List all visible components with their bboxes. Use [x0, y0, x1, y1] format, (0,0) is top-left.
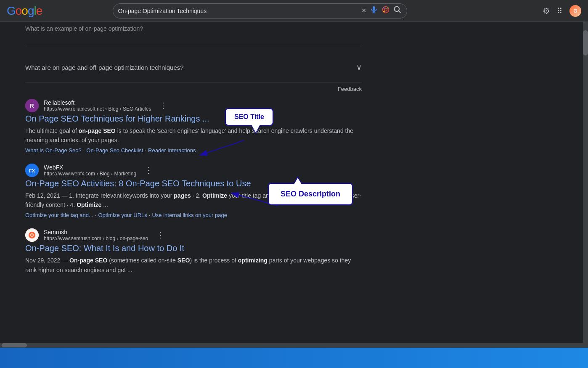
link-sep-1: · — [83, 147, 85, 154]
site-url-3: https://www.semrush.com › blog › on-page… — [44, 236, 148, 241]
svg-text:R: R — [30, 103, 34, 109]
old-faq-text: What is an example of on-page optimizati… — [25, 25, 143, 32]
seo-title-label: SEO Title — [234, 113, 264, 120]
result-title-1[interactable]: On Page SEO Techniques for Higher Rankin… — [25, 114, 362, 124]
seo-description-annotation: SEO Description — [268, 183, 353, 205]
clear-button[interactable]: × — [362, 6, 366, 15]
link-sep-3: · — [95, 212, 97, 218]
result-link-1-3[interactable]: Reader Interactions — [148, 147, 196, 154]
search-button-icon[interactable] — [393, 5, 402, 16]
site-url-2: https://www.webfx.com › Blog › Marketing — [44, 171, 136, 177]
result-description-1: The ultimate goal of on-page SEO is to s… — [25, 126, 362, 145]
site-icon-semrush — [25, 228, 39, 242]
site-icon-webfx: FX — [25, 164, 39, 177]
search-input[interactable] — [118, 8, 358, 14]
faq-section: What are on page and off-page optimizati… — [25, 53, 362, 82]
search-bar[interactable]: × — [113, 3, 407, 19]
more-options-1[interactable]: ⋮ — [159, 101, 167, 110]
svg-point-17 — [31, 234, 33, 236]
result-link-2-3[interactable]: Use internal links on your page — [152, 212, 227, 218]
svg-line-9 — [398, 11, 400, 13]
result-link-1-2[interactable]: On-Page Seo Checklist — [86, 147, 143, 154]
google-logo: Google — [7, 4, 42, 18]
seo-title-annotation: SEO Title — [225, 108, 273, 126]
taskbar — [0, 348, 588, 368]
site-info-webfx: WebFX https://www.webfx.com › Blog › Mar… — [44, 164, 136, 177]
site-name-3: Semrush — [44, 229, 148, 236]
result-semrush: Semrush https://www.semrush.com › blog ›… — [25, 228, 362, 274]
site-info-reliablesoft: Reliablesoft https://www.reliablesoft.ne… — [44, 99, 151, 112]
svg-text:FX: FX — [29, 168, 35, 173]
result-sitelinks-1: What Is On-Page Seo? · On-Page Seo Check… — [25, 147, 362, 154]
horizontal-scrollbar[interactable] — [0, 343, 588, 348]
browser-right-icons: ⚙ ⠿ G — [543, 5, 581, 17]
link-sep-2: · — [145, 147, 146, 154]
result-header-1: R Reliablesoft https://www.reliablesoft.… — [25, 99, 362, 112]
result-title-3[interactable]: On-Page SEO: What It Is and How to Do It — [25, 244, 362, 253]
result-header-3: Semrush https://www.semrush.com › blog ›… — [25, 228, 362, 242]
site-name-1: Reliablesoft — [44, 99, 151, 106]
svg-point-8 — [394, 7, 399, 12]
svg-point-6 — [387, 7, 388, 8]
svg-point-5 — [383, 7, 384, 8]
svg-point-4 — [384, 8, 387, 11]
result-link-1-1[interactable]: What Is On-Page Seo? — [25, 147, 82, 154]
site-icon-reliablesoft: R — [25, 99, 39, 112]
site-name-2: WebFX — [44, 164, 136, 171]
link-sep-4: · — [149, 212, 151, 218]
main-area: What is an example of on-page optimizati… — [0, 22, 588, 343]
divider-1 — [25, 44, 362, 44]
h-scrollbar-thumb[interactable] — [2, 343, 27, 347]
more-options-2[interactable]: ⋮ — [145, 166, 152, 175]
svg-point-7 — [383, 11, 384, 12]
apps-icon[interactable]: ⠿ — [557, 6, 563, 16]
user-avatar[interactable]: G — [569, 5, 581, 17]
feedback-section: Feedback — [25, 86, 362, 92]
site-url-1: https://www.reliablesoft.net › Blog › SE… — [44, 106, 151, 112]
scrollbar-thumb[interactable] — [583, 30, 588, 56]
old-faq-item: What is an example of on-page optimizati… — [25, 22, 362, 35]
result-description-3: Nov 29, 2022 — On-page SEO (sometimes ca… — [25, 256, 362, 274]
result-reliablesoft: R Reliablesoft https://www.reliablesoft.… — [25, 99, 362, 154]
result-header-2: FX WebFX https://www.webfx.com › Blog › … — [25, 164, 362, 177]
camera-icon[interactable] — [381, 5, 390, 16]
feedback-label[interactable]: Feedback — [338, 86, 362, 92]
vertical-scrollbar[interactable] — [583, 22, 588, 343]
faq-question-text: What are on page and off-page optimizati… — [25, 64, 184, 71]
svg-rect-0 — [373, 6, 375, 11]
gear-icon[interactable]: ⚙ — [543, 6, 550, 16]
result-sitelinks-2: Optimize your title tag and... · Optimiz… — [25, 212, 362, 218]
faq-question[interactable]: What are on page and off-page optimizati… — [25, 58, 362, 77]
browser-bar: Google × — [0, 0, 588, 22]
result-link-2-1[interactable]: Optimize your title tag and... — [25, 212, 93, 218]
more-options-3[interactable]: ⋮ — [156, 230, 164, 240]
expand-icon[interactable]: ∨ — [356, 63, 362, 72]
content-area: What is an example of on-page optimizati… — [0, 22, 362, 285]
seo-desc-label: SEO Description — [281, 190, 340, 198]
mic-icon[interactable] — [370, 5, 378, 16]
site-info-semrush: Semrush https://www.semrush.com › blog ›… — [44, 229, 148, 241]
result-link-2-2[interactable]: Optimize your URLs — [98, 212, 147, 218]
